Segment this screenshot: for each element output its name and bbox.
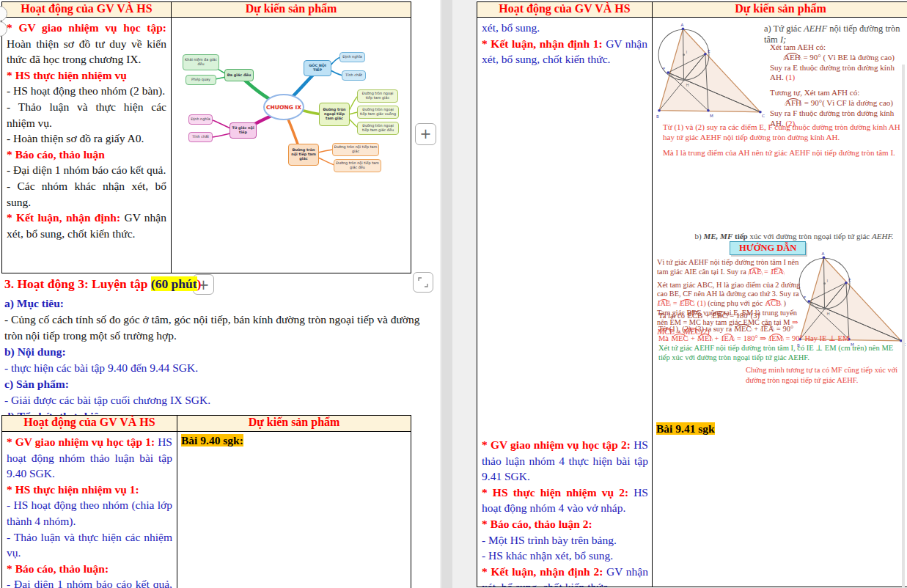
solution-b-steps-continued: Ta lại có ECB + EBC = 180°(3)Từ (1), (2)…	[658, 311, 906, 362]
section-title: 3. Hoạt động 3: Luyện tập (60 phút)	[4, 275, 434, 293]
page-gutter	[440, 0, 477, 588]
svg-text:E: E	[848, 278, 851, 282]
guide-box: HƯỚNG DẪN	[730, 241, 806, 255]
mindmap-node: Đường tròn ngoại tiếp tam giác đều	[357, 122, 399, 135]
mindmap-node: Tính chất	[342, 70, 366, 81]
svg-text:A: A	[821, 251, 824, 256]
svg-text:C: C	[762, 114, 765, 118]
mindmap-node: Đường tròn ngoại tiếp tam giác	[357, 89, 398, 103]
section-hoat-dong-3: 3. Hoạt động 3: Luyện tập (60 phút) a) M…	[4, 275, 434, 425]
svg-text:E: E	[708, 49, 710, 54]
exercise-940-label: Bài 9.40 sgk:	[181, 434, 243, 446]
mindmap-node-goc-noi-tiep: GÓC NỘI TIẾP	[304, 60, 331, 76]
gutter-shadow	[441, 0, 452, 588]
mindmap-node: Tính chất	[188, 132, 213, 142]
geometry-figure-1: A B C E F H I M	[656, 21, 766, 120]
mindmap-node-duong-tron-ngoai-tiep: Đường tròn ngoại tiếp tam giác	[319, 103, 350, 126]
mindmap-node: Định nghĩa	[188, 114, 213, 125]
svg-text:F: F	[663, 67, 665, 71]
mindmap-node: Đường tròn nội tiếp tam giác đều	[334, 159, 381, 172]
table-header-product: Dự kiến sản phẩm	[172, 2, 411, 18]
svg-text:F: F	[804, 295, 806, 300]
mindmap-image: CHƯƠNG IX Đa giác đều Khái niệm đa giác …	[171, 19, 407, 271]
document-page-left: Hoạt động của GV VÀ HS Dự kiến sản phẩm …	[0, 0, 440, 588]
table-header-product: Dự kiến sản phẩm	[177, 416, 411, 432]
right-edge-strip	[902, 65, 905, 588]
mindmap-node-duong-tron-noi-tiep: Đường tròn nội tiếp tam giác	[288, 144, 319, 166]
exercise-941-label: Bài 9.41 sgk	[656, 422, 715, 436]
section-body: a) Mục tiêu:- Củng cố cách tính số đo gó…	[4, 295, 434, 425]
mindmap-node: Phép quay	[186, 75, 216, 85]
mindmap-center-node: CHƯƠNG IX	[263, 94, 304, 120]
svg-text:H: H	[686, 83, 689, 87]
solution-cell: A B C E F H I M a) Tứ giác AEHF nội tiếp…	[653, 18, 907, 587]
activity-cell-top: * GV giao nhiệm vụ học tập: Hoàn thiện s…	[2, 18, 171, 273]
solution-a-steps: Xét tam AEH có:AEH = 90° ( Vì BE là đườn…	[770, 43, 907, 128]
activity-paragraphs-top: xét, bổ sung.* Kết luận, nhận định 1: GV…	[482, 20, 647, 67]
table-header-activity: Hoạt động của GV VÀ HS	[2, 2, 172, 18]
table-header-activity: Hoạt động của GV VÀ HS	[477, 2, 653, 18]
table-header-product: Dự kiến sản phẩm	[653, 2, 907, 18]
mindmap-node-tu-giac-noi-tiep: Tứ giác nội tiếp	[229, 122, 257, 139]
product-cell-bottom: Bài 9.40 sgk:	[177, 432, 411, 588]
activity-cell-right: xét, bổ sung.* Kết luận, nhận định 1: GV…	[477, 18, 652, 587]
insert-plus-button[interactable]: +	[415, 123, 436, 145]
solution-a-conclusion: Từ (1) và (2) suy ra các điểm E, F cùng …	[663, 122, 902, 158]
table-activity-right: Hoạt động của GV VÀ HS Dự kiến sản phẩm …	[477, 1, 907, 587]
solution-b-conclusion: Chứng minh tương tự ta có MF cũng tiếp x…	[746, 365, 903, 385]
table-activity-bottom: Hoạt động của GV VÀ HS Dự kiến sản phẩm …	[1, 415, 411, 588]
mindmap-node: Đường tròn nội tiếp tam giác	[332, 143, 379, 156]
table-header-activity: Hoạt động của GV VÀ HS	[2, 416, 177, 432]
svg-text:A: A	[680, 23, 683, 27]
svg-text:M: M	[710, 114, 713, 118]
activity-paragraphs-bottom: * GV giao nhiệm vụ học tập 2: HS thảo lu…	[482, 437, 648, 587]
solution-b-title: b) ME, MF tiếp xúc với đường tròn ngoại …	[680, 232, 907, 240]
activity-cell-bottom: * GV giao nhiệm vụ học tập 1: HS hoạt độ…	[2, 432, 177, 588]
mindmap-node: Đường tròn ngoại tiếp tam giác vuông	[357, 106, 399, 119]
mindmap-node-da-giac-deu: Đa giác đều	[224, 69, 254, 81]
svg-text:B: B	[656, 114, 659, 119]
mindmap-node: Định nghĩa	[339, 52, 365, 62]
document-page-right: Hoạt động của GV VÀ HS Dự kiến sản phẩm …	[477, 0, 907, 588]
mindmap-node: Khái niệm đa giác đều	[183, 54, 219, 70]
